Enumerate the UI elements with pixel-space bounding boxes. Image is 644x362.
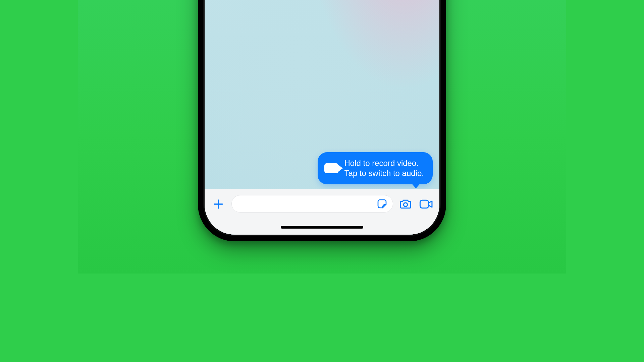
message-input[interactable] [231,195,393,213]
plus-icon [212,198,224,210]
tooltip-tail [411,183,421,188]
home-indicator[interactable] [281,226,363,229]
tooltip-line1: Hold to record video. [344,159,419,168]
video-icon [324,163,338,173]
phone-screen: Hold to record video. Tap to switch to a… [205,0,439,235]
tooltip-line2: Tap to switch to audio. [344,169,424,178]
tooltip-text: Hold to record video. Tap to switch to a… [344,158,424,178]
sticker-button[interactable] [376,198,388,210]
attach-button[interactable] [209,195,227,213]
stage: Hold to record video. Tap to switch to a… [78,0,566,274]
video-record-button[interactable] [418,195,435,213]
svg-rect-3 [420,200,428,208]
record-hint-tooltip: Hold to record video. Tap to switch to a… [318,152,433,184]
camera-icon [399,197,412,211]
sticker-icon [376,198,388,210]
svg-point-2 [404,203,407,206]
phone-frame: Hold to record video. Tap to switch to a… [198,0,446,241]
camera-button[interactable] [397,195,414,213]
phone-bezel: Hold to record video. Tap to switch to a… [203,0,441,236]
video-icon [419,197,434,211]
